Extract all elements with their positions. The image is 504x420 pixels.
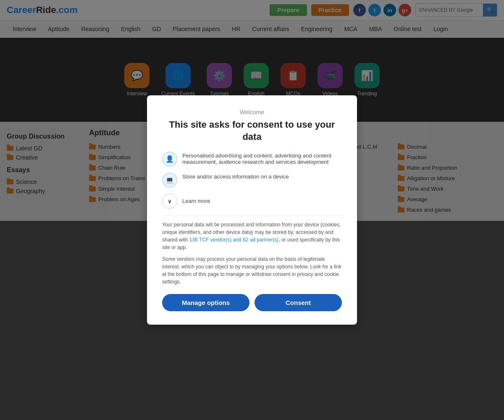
consent-text-1: Personalised advertising and content, ad… [182, 152, 342, 165]
learn-more-chevron[interactable]: ∨ [162, 194, 177, 209]
consent-text-2: Store and/or access information on a dev… [182, 173, 289, 180]
modal-title: This site asks for consent to use your d… [162, 119, 342, 143]
learn-more-label[interactable]: Learn more [182, 198, 210, 204]
consent-item-2: 💻 Store and/or access information on a d… [162, 173, 342, 188]
learn-more-item: ∨ Learn more [162, 194, 342, 209]
modal-welcome: Welcome [162, 109, 342, 116]
consent-person-icon: 👤 [162, 152, 177, 167]
modal-overlay: Welcome This site asks for consent to us… [0, 0, 504, 221]
consent-item-1: 👤 Personalised advertising and content, … [162, 152, 342, 167]
modal-divider [162, 215, 342, 216]
consent-device-icon: 💻 [162, 173, 177, 188]
modal: Welcome This site asks for consent to us… [147, 95, 357, 221]
